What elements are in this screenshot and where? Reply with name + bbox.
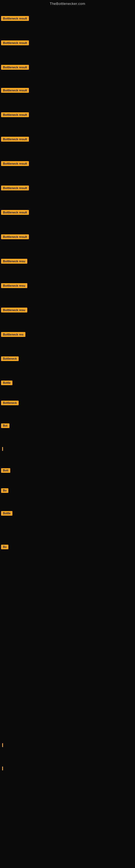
result-row-5: Bottleneck result — [0, 111, 135, 119]
result-badge-8: Bottleneck result — [1, 186, 29, 190]
result-row-11: Bottleneck resu — [0, 258, 135, 266]
result-badge-12: Bottleneck resu — [1, 283, 27, 288]
result-row-16: Bottle — [0, 379, 135, 388]
result-badge-2: Bottleneck result — [1, 40, 29, 45]
result-badge-16: Bottle — [1, 380, 12, 385]
result-badge-14: Bottleneck res — [1, 332, 26, 337]
result-badge-5: Bottleneck result — [1, 112, 29, 117]
result-row-21: Bo — [0, 487, 135, 495]
result-row-4: Bottleneck result — [0, 87, 135, 95]
result-badge-22: Bottle — [1, 511, 12, 516]
result-badge-7: Bottleneck result — [1, 161, 29, 166]
result-row-18: Bot — [0, 422, 135, 430]
vertical-bar-bottom-2 — [2, 767, 3, 770]
result-badge-6: Bottleneck result — [1, 137, 29, 142]
result-badge-21: Bo — [1, 488, 8, 493]
vertical-bar-19 — [2, 447, 3, 451]
result-badge-18: Bot — [1, 424, 9, 428]
result-badge-13: Bottleneck resu — [1, 308, 27, 312]
result-row-23: Bo — [0, 544, 135, 552]
result-row-13: Bottleneck resu — [0, 307, 135, 315]
result-row-19 — [0, 445, 135, 452]
result-row-2: Bottleneck result — [0, 39, 135, 48]
result-row-1: Bottleneck result — [0, 15, 135, 23]
empty-space-2 — [0, 748, 135, 765]
result-badge-9: Bottleneck result — [1, 210, 29, 215]
result-badge-4: Bottleneck result — [1, 88, 29, 93]
vertical-bar-bottom-1 — [2, 743, 3, 747]
result-badge-11: Bottleneck resu — [1, 259, 27, 264]
result-row-20: Bott — [0, 467, 135, 475]
site-title: TheBottlenecker.com — [0, 0, 135, 7]
result-row-14: Bottleneck res — [0, 331, 135, 339]
result-badge-23: Bo — [1, 545, 8, 549]
empty-space-1 — [0, 552, 135, 741]
result-row-12: Bottleneck resu — [0, 282, 135, 290]
result-row-6: Bottleneck result — [0, 135, 135, 144]
result-row-3: Bottleneck result — [0, 64, 135, 72]
result-badge-3: Bottleneck result — [1, 65, 29, 70]
empty-space-3 — [0, 772, 135, 853]
result-badge-20: Bott — [1, 468, 10, 473]
bottom-bar-2 — [0, 765, 135, 772]
result-row-15: Bottleneck — [0, 355, 135, 363]
bottom-bar-1 — [0, 741, 135, 748]
result-badge-17: Bottleneck — [1, 401, 18, 405]
result-row-17: Bottleneck — [0, 400, 135, 407]
result-row-10: Bottleneck result — [0, 233, 135, 241]
result-row-8: Bottleneck result — [0, 184, 135, 193]
result-row-7: Bottleneck result — [0, 160, 135, 168]
result-badge-1: Bottleneck result — [1, 16, 29, 21]
result-row-22: Bottle — [0, 510, 135, 518]
result-badge-15: Bottleneck — [1, 356, 18, 361]
result-row-9: Bottleneck result — [0, 209, 135, 217]
result-badge-10: Bottleneck result — [1, 235, 29, 239]
